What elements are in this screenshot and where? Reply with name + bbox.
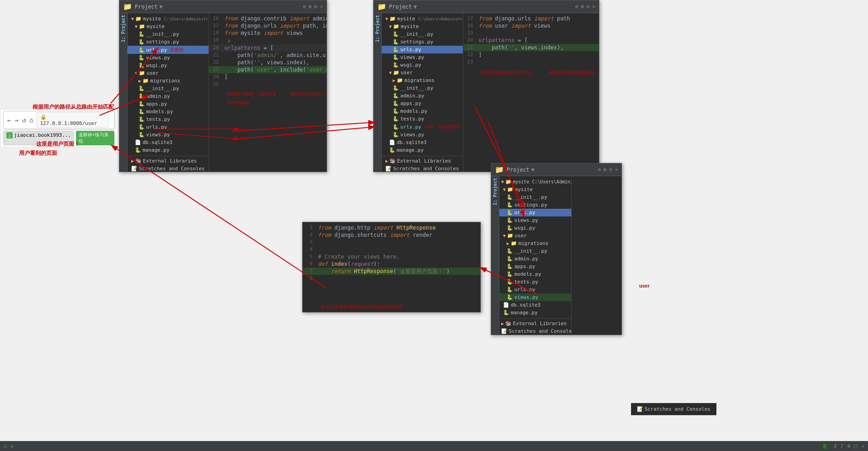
status-music[interactable]: ♪ <box>840 443 844 449</box>
layout-icon-3[interactable]: ⊞ <box>603 167 607 173</box>
tree-settings-2[interactable]: 🐍 settings.py <box>382 38 463 46</box>
tree-user-f-3[interactable]: ▼ 📁 user <box>499 232 571 240</box>
tree-models-2[interactable]: 🐍 models.py <box>382 107 463 115</box>
tree-admin-3[interactable]: 🐍 admin.py <box>499 255 571 263</box>
tree-init-2[interactable]: 🐍 __init__.py <box>382 30 463 38</box>
tree-user-urls-2[interactable]: 🐍 urls.py user app的路由 <box>382 123 463 131</box>
browser-tab-2[interactable]: 蓝桥杯•练习系统 <box>76 131 114 145</box>
tree-root-3[interactable]: ▼ 📁 mysite C:\Users\Administrato <box>499 178 571 186</box>
tree-root-1[interactable]: ▼ 📁 mysite C:\Users\Administrato <box>128 15 209 23</box>
project-tab-1[interactable]: 1: Project <box>119 13 128 172</box>
tree-views-1[interactable]: 🐍 views.py <box>128 54 209 62</box>
ide-body-3: 1: Project ▼ 📁 mysite C:\Users\Administr… <box>491 176 621 335</box>
tree-mig-3[interactable]: ▶ 📁 migrations <box>499 240 571 247</box>
tree-mysite-folder-2[interactable]: ▼ 📁 mysite <box>382 23 463 30</box>
diamond-icon[interactable]: ◇ <box>10 443 14 449</box>
tree-wsgi-2[interactable]: 🐍 wsgi.py <box>382 61 463 69</box>
tree-urls2-1[interactable]: 🐍 urls.py <box>128 123 209 131</box>
status-arrow[interactable]: ↗ <box>861 443 864 449</box>
forward-btn[interactable]: → <box>14 116 19 124</box>
tree-models-1[interactable]: 🐍 models.py <box>128 108 209 115</box>
status-wave[interactable]: ∂ <box>834 443 837 449</box>
circle-icon[interactable]: ○ <box>4 443 7 449</box>
project-tab-2[interactable]: 1: Project <box>374 13 382 172</box>
settings-icon-1[interactable]: ⚙ <box>303 4 306 10</box>
tree-extlibs-3[interactable]: ▶ 📚 External Libraries <box>499 318 571 327</box>
tree-tests-2[interactable]: 🐍 tests.py <box>382 115 463 123</box>
tree-tests-1[interactable]: 🐍 tests.py <box>128 115 209 123</box>
tree-settings-1[interactable]: 🐍 settings.py <box>128 38 209 46</box>
code-line-20: 20 urlpatterns = [ <box>209 44 327 52</box>
tree-user-folder-1[interactable]: ▼ 📁 user <box>128 69 209 77</box>
tree-scratches-2[interactable]: 📝 Scratches and Consoles <box>382 165 463 172</box>
tree-init2-3[interactable]: 🐍 __init__.py <box>499 247 571 255</box>
tree-admin-1[interactable]: 🐍 admin.py <box>128 92 209 100</box>
tree-views2-2[interactable]: 🐍 views.py <box>382 131 463 139</box>
tree-migrations-2[interactable]: ▶ 📁 migrations <box>382 77 463 84</box>
tree-manage-1[interactable]: 🐍 manage.py <box>128 146 209 154</box>
code-area-2: 17 from django.urls import path 18 from … <box>463 13 599 172</box>
tree-views2-3[interactable]: 🐍 views.py <box>499 293 571 301</box>
tree-db-3[interactable]: 📄 db.sqlite3 <box>499 301 571 309</box>
tree-models-3[interactable]: 🐍 models.py <box>499 270 571 278</box>
tree-init2-1[interactable]: 🐍 __init__.py <box>128 85 209 92</box>
layout-icon-1[interactable]: ⊞ <box>308 4 312 10</box>
browser-url-bar[interactable]: 🔒 127.0.0.1:8000/user <box>36 112 109 128</box>
ide-body-1: 1: Project ▼ 📁 mysite C:\Users\Administr… <box>119 13 327 172</box>
tree-manage-2[interactable]: 🐍 manage.py <box>382 146 463 154</box>
tree-apps-1[interactable]: 🐍 apps.py <box>128 100 209 108</box>
tree-views-3[interactable]: 🐍 views.py <box>499 216 571 224</box>
home-btn[interactable]: ⌂ <box>28 116 34 124</box>
ide-header-2: 📁 Project ▼ ⚙ ⊞ ⊡ × <box>374 0 599 13</box>
ide-title-2: Project ▼ <box>389 4 417 10</box>
close-icon-1[interactable]: × <box>320 4 323 10</box>
ide-header-3: 📁 Project ▼ ⚙ ⊞ ⊡ × <box>491 163 621 176</box>
tree-apps-3[interactable]: 🐍 apps.py <box>499 263 571 270</box>
tree-db-2[interactable]: 📄 db.sqlite3 <box>382 139 463 146</box>
tree-admin-2[interactable]: 🐍 admin.py <box>382 92 463 100</box>
tree-extlibs-1[interactable]: ▶ 📚 External Libraries <box>128 156 209 165</box>
expand-icon-1[interactable]: ⊡ <box>314 4 318 10</box>
tree-urls-2[interactable]: 🐍 urls.py <box>382 46 463 53</box>
settings-icon-3[interactable]: ⚙ <box>598 167 601 173</box>
tree-migrations-1[interactable]: ▶ 📁 migrations <box>128 77 209 85</box>
tree-scratches-3[interactable]: 📝 Scratches and Consoles <box>499 327 571 335</box>
tree-manage-3[interactable]: 🐍 manage.py <box>499 309 571 317</box>
close-icon-3[interactable]: × <box>615 167 618 173</box>
tree-scratches-bottom[interactable]: 📝 Scratches and Consoles <box>635 405 712 413</box>
refresh-btn[interactable]: ↺ <box>21 116 27 124</box>
tree-init2-2[interactable]: 🐍 __init__.py <box>382 84 463 92</box>
tree-views2-1[interactable]: 🐍 views.py <box>128 131 209 139</box>
tree-mysite-f-3[interactable]: ▼ 📁 mysite <box>499 186 571 193</box>
tree-urls-3[interactable]: 🐍 urls.py <box>499 209 571 216</box>
tree-init-3[interactable]: 🐍 __init__.py <box>499 193 571 201</box>
tree-root-2[interactable]: ▼ 📁 mysite C:\Users\Administrato <box>382 15 463 23</box>
tree-db-1[interactable]: 📄 db.sqlite3 <box>128 139 209 146</box>
tree-apps-2[interactable]: 🐍 apps.py <box>382 100 463 107</box>
code-line-18: 18 from mysite import views <box>209 29 327 37</box>
tree-urls2-3[interactable]: 🐍 urls.py <box>499 286 571 293</box>
tree-init-1[interactable]: 🐍 __init__.py <box>128 30 209 38</box>
tree-urls-1[interactable]: 🐍 urls.py 总路由 <box>128 46 209 54</box>
tree-tests-3[interactable]: 🐍 tests.py <box>499 278 571 286</box>
project-tab-3[interactable]: 1: Project <box>491 176 499 335</box>
cp-line-4: 4 <box>303 246 480 253</box>
settings-icon-2[interactable]: ⚙ <box>575 4 579 10</box>
tree-wsgi-3[interactable]: 🐍 wsgi.py <box>499 224 571 232</box>
tree-wsgi-1[interactable]: 🐍 wsgi.py <box>128 62 209 69</box>
browser-bar: ← → ↺ ⌂ 🔒 127.0.0.1:8000/user <box>3 111 114 129</box>
tree-mysite-folder[interactable]: ▼ 📁 mysite <box>128 23 209 30</box>
tree-views-2[interactable]: 🐍 views.py <box>382 53 463 61</box>
tree-extlibs-2[interactable]: ▶ 📚 External Libraries <box>382 156 463 165</box>
tree-scratches-1[interactable]: 📝 Scratches and Consoles <box>128 165 209 172</box>
expand-icon-2[interactable]: ⊡ <box>587 4 590 10</box>
back-btn[interactable]: ← <box>6 116 12 124</box>
close-icon-2[interactable]: × <box>592 4 595 10</box>
tree-user-folder-2[interactable]: ▼ 📁 user <box>382 69 463 77</box>
status-square[interactable]: □ <box>854 443 858 449</box>
ide-panel-2: 📁 Project ▼ ⚙ ⊞ ⊡ × 1: Project ▼ 📁 mysit… <box>373 0 599 172</box>
layout-icon-2[interactable]: ⊞ <box>581 4 584 10</box>
tree-settings-3[interactable]: 🐍 settings.py <box>499 201 571 209</box>
status-plus[interactable]: ⊕ <box>847 443 850 449</box>
expand-icon-3[interactable]: ⊡ <box>609 167 612 173</box>
